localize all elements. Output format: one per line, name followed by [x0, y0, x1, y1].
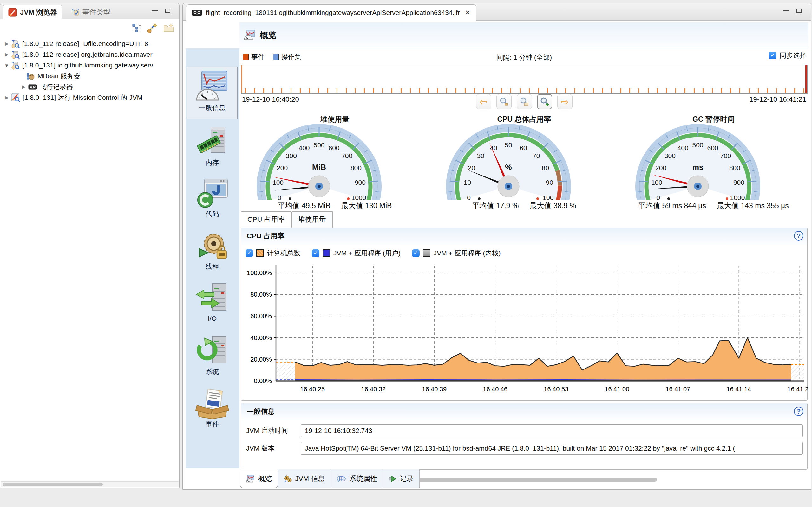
svg-text:16:40:32: 16:40:32: [361, 386, 386, 393]
svg-text:16:41:00: 16:41:00: [605, 386, 629, 393]
collapsed-arrow-icon[interactable]: ▶: [21, 84, 26, 90]
event-tick: [785, 89, 786, 93]
help-icon[interactable]: ?: [794, 231, 803, 240]
system-properties-icon: [337, 475, 346, 483]
svg-text:80.00%: 80.00%: [250, 291, 272, 298]
page-tab-jvm-info[interactable]: JVM 信息: [278, 469, 331, 488]
tree-layout-icon[interactable]: [132, 23, 141, 33]
maximize-icon[interactable]: [796, 9, 802, 13]
svg-text:50: 50: [505, 141, 512, 149]
flight-recorder-icon: [28, 83, 37, 91]
tree-row-flight-recorder[interactable]: ▶ 飞行记录器: [0, 81, 179, 92]
sidebar-item-label: 事件: [187, 420, 238, 429]
minimize-icon[interactable]: [152, 10, 158, 11]
tree-row-mbean-server[interactable]: MBean 服务器: [0, 71, 179, 81]
sidebar-item-threads[interactable]: 线程: [187, 227, 238, 279]
range-end-marker[interactable]: [805, 65, 807, 93]
magnifier-minus-icon: [499, 97, 509, 107]
open-folder-icon[interactable]: [163, 23, 174, 33]
maximize-icon[interactable]: [165, 9, 170, 13]
sidebar-item-system[interactable]: 系统: [187, 332, 238, 384]
zoom-out-button[interactable]: [496, 94, 512, 109]
checkbox-checked-icon[interactable]: ✓: [246, 249, 253, 257]
event-tick: [455, 89, 456, 93]
jvm-connection-icon: [11, 40, 20, 48]
sidebar-item-label: I/O: [187, 315, 238, 322]
tree-row[interactable]: ▼ [1.8.0_131] io.github.kimmking.gateway…: [0, 60, 179, 71]
jvm-browser-hscrollbar[interactable]: [1, 481, 179, 487]
range-start-marker[interactable]: [241, 65, 242, 93]
cpu-usage-section: CPU 占用率 ? ✓计算机总数 ✓JVM + 应用程序 (用户) ✓JVM +…: [241, 228, 808, 400]
svg-text:100: 100: [651, 179, 662, 186]
svg-text:%: %: [505, 163, 512, 171]
flight-recording-tab[interactable]: flight_recording_180131iogithubkimmkingg…: [186, 4, 476, 20]
gauge-title: 堆使用量: [243, 114, 427, 124]
svg-text:600: 600: [707, 144, 718, 152]
sidebar-item-general[interactable]: 一般信息: [187, 67, 238, 119]
svg-text:90: 90: [546, 179, 553, 186]
close-icon[interactable]: ✕: [465, 9, 471, 16]
gears-icon: [284, 475, 292, 483]
collapsed-arrow-icon[interactable]: ▶: [4, 52, 9, 57]
event-tick: [803, 89, 804, 93]
sidebar-item-memory[interactable]: 内存: [187, 122, 238, 174]
overview-gauge-chart-icon: [246, 475, 255, 483]
event-tick: [501, 89, 502, 93]
sidebar-item-code[interactable]: 代码: [187, 175, 238, 227]
event-tick: [519, 89, 520, 93]
tab-heap-usage[interactable]: 堆使用量: [292, 211, 333, 228]
gauge-stats: 平均值 17.9 %最大值 38.9 %: [432, 201, 616, 211]
tab-cpu-usage[interactable]: CPU 占用率: [241, 211, 292, 228]
tab-event-types[interactable]: 事件类型: [66, 5, 115, 19]
page-tab-recording[interactable]: 记录: [383, 469, 420, 488]
svg-text:16:41:07: 16:41:07: [665, 386, 690, 393]
svg-text:0: 0: [467, 194, 471, 200]
collapsed-arrow-icon[interactable]: ▶: [4, 95, 9, 101]
sidebar-item-io[interactable]: I/O: [187, 280, 238, 332]
event-tick: [410, 89, 411, 93]
minimize-icon[interactable]: [783, 10, 789, 11]
tree-row[interactable]: ▶ [1.8.0_112-release] org.jetbrains.idea…: [0, 49, 179, 60]
help-icon[interactable]: ?: [794, 406, 803, 416]
hscrollbar-thumb[interactable]: [3, 483, 103, 487]
recording-timeline-strip[interactable]: [241, 65, 808, 94]
zoom-range-button[interactable]: [517, 94, 532, 109]
legend-machine-total[interactable]: ✓计算机总数: [246, 249, 300, 258]
tree-row-label: [1.8.0_112-release] -Dfile.encoding=UTF-…: [22, 40, 148, 48]
tab-jvm-browser[interactable]: JVM 浏览器: [3, 5, 62, 19]
overview-content: 事件 操作集 间隔: 1 分钟 (全部) ✓ 同步选择 19-12-10 16:…: [240, 49, 808, 489]
jvm-version-field[interactable]: Java HotSpot(TM) 64-Bit Server VM (25.13…: [301, 442, 803, 455]
pan-right-button[interactable]: ⇨: [557, 94, 572, 109]
mission-control-jvm-icon: [11, 93, 20, 102]
tree-row-label: [1.8.0_131] 运行 Mission Control 的 JVM: [22, 93, 142, 102]
svg-text:0: 0: [277, 194, 281, 200]
general-info-header: 一般信息: [241, 403, 807, 420]
svg-text:900: 900: [354, 179, 365, 186]
expanded-arrow-icon[interactable]: ▼: [4, 63, 9, 68]
svg-text:500: 500: [313, 141, 324, 149]
tree-row-label: 飞行记录器: [40, 82, 73, 91]
sidebar-item-events[interactable]: 事件: [187, 385, 238, 437]
jvm-start-time-field[interactable]: 19-12-10 16:10:32.743: [301, 424, 803, 437]
tree-row-mc-jvm[interactable]: ▶ [1.8.0_131] 运行 Mission Control 的 JVM: [0, 92, 179, 103]
checkbox-checked-icon[interactable]: ✓: [769, 52, 776, 59]
pan-left-button[interactable]: ⇦: [476, 94, 491, 109]
arrow-right-icon: ⇨: [561, 96, 569, 107]
legend-jvm-kernel[interactable]: ✓JVM + 应用程序 (内核): [412, 249, 501, 258]
checkbox-checked-icon[interactable]: ✓: [312, 249, 319, 257]
new-connection-wizard-icon[interactable]: [147, 22, 158, 33]
checkbox-checked-icon[interactable]: ✓: [412, 249, 420, 257]
svg-text:100.00%: 100.00%: [247, 269, 272, 276]
jvm-kernel-swatch-icon: [423, 249, 430, 257]
sync-selection[interactable]: ✓ 同步选择: [769, 51, 806, 60]
tree-row[interactable]: ▶ [1.8.0_112-release] -Dfile.encoding=UT…: [0, 38, 179, 49]
page-tab-system-properties[interactable]: 系统属性: [331, 469, 383, 488]
legend-jvm-user[interactable]: ✓JVM + 应用程序 (用户): [312, 249, 401, 258]
threads-icon: [195, 230, 229, 262]
mission-control-rocket-icon: [8, 8, 17, 17]
zoom-in-button[interactable]: [537, 94, 552, 109]
page-tab-overview[interactable]: 概览: [240, 469, 278, 488]
cpu-chart[interactable]: 0.00%20.00%40.00%60.00%80.00%100.00%16:4…: [241, 262, 809, 397]
sidebar-item-label: 代码: [187, 210, 238, 218]
collapsed-arrow-icon[interactable]: ▶: [4, 41, 9, 47]
